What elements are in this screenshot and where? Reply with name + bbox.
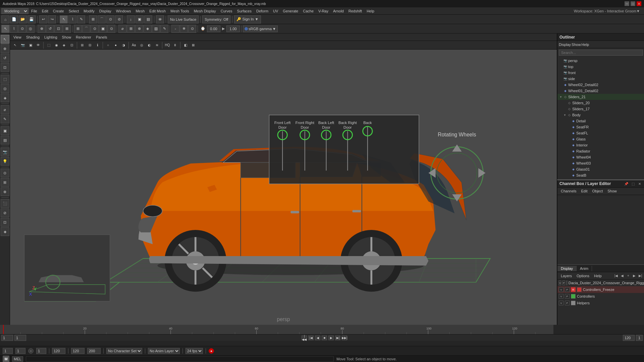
quad-draw-left[interactable]: ⬛ [1, 199, 9, 208]
snap-left[interactable]: ⊙ [1, 169, 9, 177]
manip-tool-btn[interactable]: ⊞ [63, 25, 71, 33]
menu-help[interactable]: Help [365, 8, 376, 14]
vp-xray-btn[interactable]: ⊠ [190, 42, 197, 49]
soft-select-left[interactable]: ◎ [1, 84, 9, 93]
tree-item-seatfr[interactable]: ◈ SeatFR [557, 124, 644, 130]
menu-select[interactable]: Select [67, 8, 81, 14]
tree-item-seatb[interactable]: ◈ SeatB [557, 172, 644, 178]
menu-arnold[interactable]: Arnold [331, 8, 346, 14]
vp-motion-blur-btn[interactable]: ≋ [153, 42, 161, 49]
play-stop[interactable]: ■ [322, 336, 327, 340]
layer-ctrl-freeze[interactable]: V P R Controllers_Freeze [557, 286, 644, 293]
vp-shadow-btn[interactable]: ◑ [120, 42, 127, 49]
skin-btn[interactable]: ▨ [152, 25, 160, 33]
tree-item-sliders17[interactable]: ◇ Sliders_17 [557, 106, 644, 112]
layer-dacia[interactable]: V P Dacia_Duster_2024_Crossover_Orange_R… [557, 280, 644, 286]
toolbar-history-btn[interactable]: ↕ [127, 15, 135, 23]
le-layers-menu[interactable]: Layers [559, 273, 574, 279]
vmenu-view[interactable]: View [11, 35, 23, 40]
play-prev-key[interactable]: |◀◀ [302, 336, 307, 340]
select-tool-left[interactable]: ↖ [1, 35, 9, 44]
cluster-btn[interactable]: ⊗ [135, 25, 143, 33]
vp-select-btn[interactable]: ↖ [11, 42, 19, 49]
toolbar-snap-grid-btn[interactable]: ⊞ [89, 15, 97, 23]
joint-tool-btn[interactable]: ◈ [144, 25, 152, 33]
layer-r-ctrlfreeze[interactable]: R [571, 287, 576, 292]
toolbar-sign-in-btn[interactable]: 🔑 Sign In ▼ [234, 15, 261, 23]
toolbar-snap-surface-btn[interactable]: ⊘ [115, 15, 123, 23]
viewport-canvas[interactable]: Rotating Wheels X Y Z Front Left [10, 50, 557, 325]
vp-smooth-wire-btn[interactable]: ⊡ [68, 42, 75, 49]
move-tool-left[interactable]: ⊕ [1, 44, 9, 53]
layer-p-ctrlfreeze[interactable]: P [565, 287, 570, 292]
marquee-tool-left[interactable]: ⬚ [1, 75, 9, 83]
menu-display[interactable]: Display [97, 8, 113, 14]
toolbar-open-btn[interactable]: 📂 [19, 15, 27, 23]
toolbar-snap-curve-btn[interactable]: ⌒ [98, 15, 106, 23]
light-left[interactable]: 💡 [1, 157, 9, 166]
show-joints-btn[interactable]: ◦ [171, 25, 179, 33]
tree-item-glass[interactable]: ◈ Glass [557, 136, 644, 142]
menu-modify[interactable]: Modify [82, 8, 96, 14]
move-tool-btn[interactable]: ⊕ [38, 25, 46, 33]
vmenu-show[interactable]: Show [60, 35, 73, 40]
layer-helpers[interactable]: V P Helpers [557, 300, 644, 306]
vp-lighting-default-btn[interactable]: ○ [104, 42, 112, 49]
snap-view-btn[interactable]: ▣ [99, 25, 107, 33]
le-help-menu[interactable]: Help [592, 273, 604, 279]
cb-edit[interactable]: Edit [579, 188, 589, 194]
snap-grid-btn[interactable]: ⊞ [74, 25, 82, 33]
tree-item-wheel03[interactable]: ◈ Wheel03 [557, 160, 644, 166]
rotate-tool-left[interactable]: ↺ [1, 54, 9, 62]
tree-item-detail[interactable]: ◈ Detail [557, 118, 644, 124]
range-end-input[interactable] [87, 348, 101, 354]
scale-tool-left[interactable]: ⊡ [1, 63, 9, 72]
vmenu-lighting[interactable]: Lighting [42, 35, 59, 40]
vp-show-btn[interactable]: 👁 [35, 42, 42, 49]
toolbar-undo-btn[interactable]: ↩ [39, 15, 47, 23]
layer-vis-dacia[interactable]: V [559, 281, 561, 285]
render-left[interactable]: ▣ [1, 126, 9, 135]
toolbar-new-btn[interactable]: 📄 [10, 15, 18, 23]
tree-item-wheel04[interactable]: ◈ Wheel04 [557, 154, 644, 160]
vp-grid-btn[interactable]: ⊞ [78, 42, 86, 49]
tree-item-top[interactable]: 📷 top [557, 64, 644, 70]
le-next-key-btn[interactable]: ▶| [638, 273, 643, 279]
start-frame-input[interactable] [3, 348, 13, 354]
play-prev[interactable]: |◀ [308, 336, 314, 340]
menu-edit[interactable]: Edit [40, 8, 50, 14]
crease-left[interactable]: ⊡ [1, 218, 9, 227]
vp-info-btn[interactable]: ℹ [94, 42, 101, 49]
layer-p-dacia[interactable]: P [562, 281, 565, 285]
outliner-search-input[interactable] [559, 50, 643, 56]
play-next[interactable]: ▶| [335, 336, 340, 340]
cb-object[interactable]: Object [590, 188, 605, 194]
range-end1-input[interactable] [623, 335, 635, 341]
play-forward[interactable]: ▶ [328, 336, 334, 340]
menu-create[interactable]: Create [51, 8, 66, 14]
freeze-btn[interactable]: ❄ [180, 25, 188, 33]
toolbar-symmetry-btn[interactable]: Symmetry: Off [202, 15, 230, 23]
character-set-select[interactable]: No Character Set [106, 348, 142, 354]
tree-item-wheel02detail02[interactable]: ◈ Wheel02_Detail02 [557, 82, 644, 88]
paint-left[interactable]: ✎ [1, 115, 9, 123]
menu-deform[interactable]: Deform [254, 8, 270, 14]
mirror-left[interactable]: ⊞ [1, 178, 9, 187]
toolbar-select-btn[interactable]: ↖ [60, 15, 68, 23]
menu-editmesh[interactable]: Edit Mesh [147, 8, 168, 14]
vmenu-panels[interactable]: Panels [94, 35, 109, 40]
layer-vis-ctrlfreeze[interactable]: V [559, 287, 564, 292]
snap-live-btn[interactable]: ⊙ [107, 25, 115, 33]
vp-dof-btn[interactable]: ◎ [138, 42, 145, 49]
close-button[interactable]: ✕ [637, 1, 641, 6]
toolbar-snap-point-btn[interactable]: ⊙ [106, 15, 114, 23]
current-frame-input[interactable] [15, 348, 25, 354]
tree-item-sliders21[interactable]: ◇ Sliders_21 [557, 94, 644, 100]
anim-layer-select[interactable]: No Anim Layer [148, 348, 180, 354]
menu-generate[interactable]: Generate [281, 8, 300, 14]
toolbar-show-hide-btn[interactable]: 👁 [156, 15, 164, 23]
layer-vis-ctrl[interactable]: V [559, 294, 564, 299]
outliner-display-menu[interactable]: Display [559, 43, 571, 47]
tweak-left[interactable]: ◈ [1, 94, 9, 102]
tree-item-front[interactable]: 📷 front [557, 70, 644, 76]
